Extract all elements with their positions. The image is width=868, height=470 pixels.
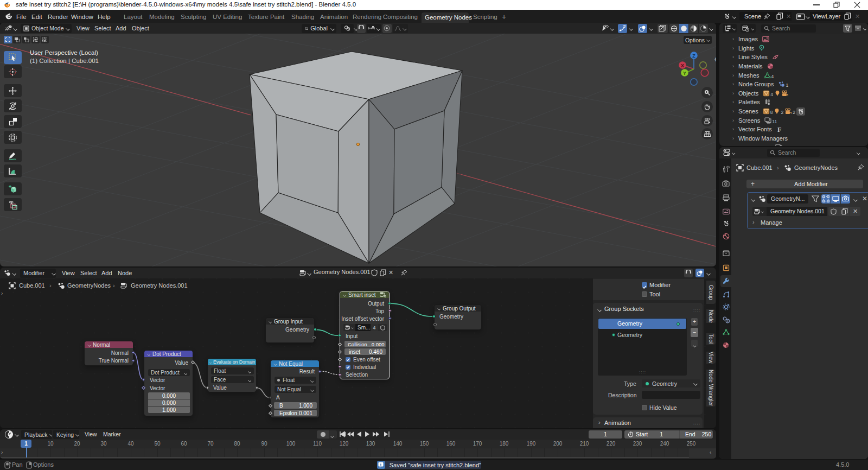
svg-text:Z: Z [692, 53, 695, 59]
svg-text:X: X [681, 63, 684, 68]
svg-text:F: F [777, 126, 781, 132]
svg-text:Y: Y [683, 71, 686, 76]
